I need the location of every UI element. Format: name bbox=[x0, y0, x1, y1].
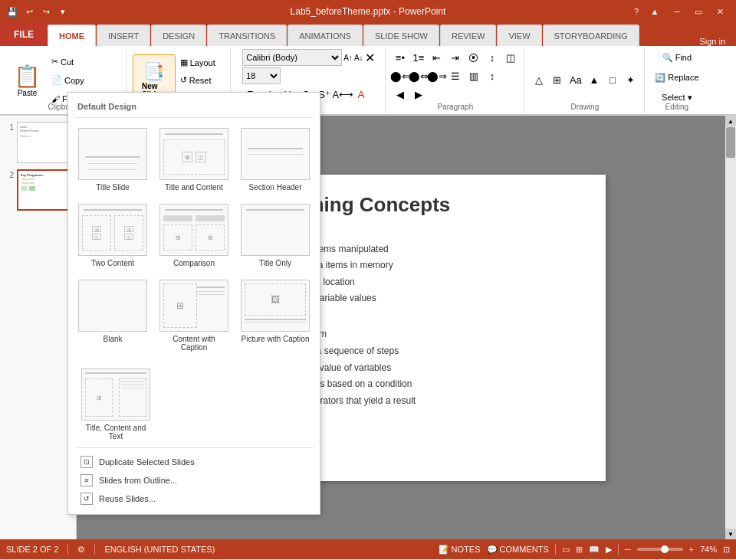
tab-transitions[interactable]: TRANSITIONS bbox=[207, 25, 287, 46]
align-left-button[interactable]: ⬤⇐ bbox=[392, 67, 409, 84]
direction-button[interactable]: ↕ bbox=[484, 49, 501, 66]
line-spacing-button[interactable]: ↕ bbox=[484, 67, 501, 84]
layout-section-header[interactable]: Section Header bbox=[237, 124, 314, 195]
customize-icon[interactable]: ▾ bbox=[57, 5, 69, 18]
reset-button[interactable]: ↺ Reset bbox=[177, 72, 225, 89]
layout-comparison[interactable]: ⊞ ⊞ Comparison bbox=[156, 200, 232, 271]
font-name-select[interactable]: Calibri (Body) bbox=[242, 49, 342, 66]
help-icon[interactable]: ? bbox=[630, 5, 642, 18]
outline-icon: ≡ bbox=[80, 474, 93, 486]
scroll-down-button[interactable]: ▼ bbox=[725, 529, 736, 539]
layout-two-content[interactable]: ⊞ ◫ ⊞ ◫ Two Content bbox=[74, 200, 151, 271]
layout-title-slide[interactable]: Title Slide bbox=[74, 124, 151, 195]
layout-label-picture-caption: Picture with Caption bbox=[242, 335, 310, 343]
cut-button[interactable]: ✂Cut bbox=[48, 54, 121, 70]
save-icon[interactable]: 💾 bbox=[6, 5, 18, 18]
scroll-up-button[interactable]: ▲ bbox=[725, 116, 736, 126]
accessibility-icon[interactable]: ⚙ bbox=[77, 545, 85, 555]
find-button[interactable]: 🔍 Find bbox=[659, 49, 695, 66]
layout-title-content[interactable]: ⊞ ◫ Title and Content bbox=[156, 124, 232, 195]
tab-home[interactable]: HOME bbox=[48, 25, 96, 46]
minimize-button[interactable]: ─ bbox=[667, 4, 687, 19]
col-button[interactable]: ⦿ bbox=[465, 49, 482, 66]
reuse-slides-button[interactable]: ↺ Reuse Slides... bbox=[74, 490, 314, 508]
layout-button[interactable]: ▦ Layout bbox=[177, 54, 225, 71]
layout-label-title-only: Title Only bbox=[259, 259, 291, 267]
copy-button[interactable]: 📄Copy bbox=[48, 72, 121, 89]
arrange-button[interactable]: ⊞ bbox=[549, 72, 566, 89]
spacing-button[interactable]: A⟷ bbox=[334, 86, 351, 103]
close-button[interactable]: ✕ bbox=[710, 4, 730, 19]
outdent-button[interactable]: ⇤ bbox=[429, 49, 445, 66]
clear-formatting-icon[interactable]: ✕ bbox=[365, 51, 375, 65]
font-grow-icon[interactable]: A↑ bbox=[343, 54, 353, 62]
quick-styles-button[interactable]: Aa bbox=[567, 72, 584, 89]
slide-thumb-2[interactable]: 2 Key Programm... • Using memo... • Givi… bbox=[3, 169, 73, 211]
fit-slide-button[interactable]: ⊡ bbox=[723, 545, 730, 555]
undo-icon[interactable]: ↩ bbox=[23, 5, 35, 18]
redo-icon[interactable]: ↪ bbox=[40, 5, 52, 18]
font-color-button[interactable]: A bbox=[353, 86, 370, 103]
decrease-indent-button[interactable]: ◀ bbox=[392, 86, 409, 103]
font-size-select[interactable]: 18 bbox=[242, 67, 281, 84]
paste-button[interactable]: 📋 Paste bbox=[8, 57, 47, 103]
layout-blank[interactable]: Blank bbox=[74, 276, 151, 355]
fill-button[interactable]: ▲ bbox=[586, 72, 603, 89]
zoom-out-button[interactable]: ─ bbox=[625, 545, 631, 554]
tab-design[interactable]: DESIGN bbox=[151, 25, 206, 46]
signin-button[interactable]: Sign in bbox=[688, 37, 736, 46]
tab-animations[interactable]: ANIMATIONS bbox=[288, 25, 363, 46]
increase-indent-button[interactable]: ▶ bbox=[410, 86, 427, 103]
layout-title-only[interactable]: Title Only bbox=[237, 200, 314, 271]
layout-content-caption[interactable]: ⊞ Content with Caption bbox=[156, 276, 232, 355]
layout-label-title-slide: Title Slide bbox=[96, 183, 130, 192]
slide-thumb-1[interactable]: 1 Lab5BeforeTheme Ramon... bbox=[3, 122, 73, 163]
tab-storyboarding[interactable]: STORYBOARDING bbox=[543, 25, 639, 46]
vertical-scrollbar: ▲ ▼ bbox=[725, 116, 736, 539]
replace-button[interactable]: 🔄 Replace bbox=[652, 69, 702, 86]
zoom-in-button[interactable]: + bbox=[689, 545, 694, 554]
layout-thumb-title-slide bbox=[78, 128, 147, 180]
shape-select-button[interactable]: △ bbox=[531, 72, 547, 89]
layout-thumb-comparison: ⊞ ⊞ bbox=[159, 204, 228, 256]
indent-button[interactable]: ⇥ bbox=[447, 49, 464, 66]
layout-label-section: Section Header bbox=[249, 183, 302, 192]
view-slideshow-icon[interactable]: ▶ bbox=[606, 545, 612, 555]
font-shrink-icon[interactable]: A↓ bbox=[354, 54, 363, 62]
view-sorter-icon[interactable]: ⊞ bbox=[576, 545, 583, 555]
align-right-button[interactable]: ⬤⇒ bbox=[429, 67, 445, 84]
layout-picture-caption[interactable]: 🖼 Picture with Caption bbox=[237, 276, 314, 355]
col-count-button[interactable]: ▥ bbox=[465, 67, 482, 84]
view-reading-icon[interactable]: 📖 bbox=[589, 545, 600, 555]
zoom-slider[interactable] bbox=[637, 548, 683, 551]
tab-insert[interactable]: INSERT bbox=[97, 25, 150, 46]
cc-line1 bbox=[197, 287, 225, 288]
tab-slideshow[interactable]: SLIDE SHOW bbox=[363, 25, 439, 46]
paste-label: Paste bbox=[18, 89, 38, 97]
outline-button[interactable]: □ bbox=[604, 72, 621, 89]
effects-button[interactable]: ✦ bbox=[623, 72, 639, 89]
zoom-slider-thumb[interactable] bbox=[661, 545, 669, 553]
layout-title-content-text[interactable]: ⊞ Title, Content and Text bbox=[77, 365, 154, 444]
ribbon-collapse-icon[interactable]: ▲ bbox=[649, 5, 661, 18]
tw-right-icons: ⊞ ◫ bbox=[124, 226, 133, 240]
slides-from-outline-button[interactable]: ≡ Slides from Outline... bbox=[74, 471, 314, 490]
smartart-button[interactable]: ◫ bbox=[502, 49, 519, 66]
comments-button[interactable]: 💬 COMMENTS bbox=[487, 545, 549, 555]
number-list-button[interactable]: 1≡ bbox=[410, 49, 427, 66]
bullet-list-button[interactable]: ≡• bbox=[392, 49, 409, 66]
tab-view[interactable]: VIEW bbox=[497, 25, 541, 46]
scroll-thumb-v[interactable] bbox=[726, 127, 735, 158]
tab-review[interactable]: REVIEW bbox=[440, 25, 496, 46]
cmp-title bbox=[165, 209, 223, 211]
tct-l3 bbox=[121, 388, 144, 388]
justify-button[interactable]: ☰ bbox=[447, 67, 464, 84]
align-center-button[interactable]: ⬤⇔ bbox=[410, 67, 427, 84]
restore-button[interactable]: ▭ bbox=[688, 4, 708, 19]
layout-grid: Title Slide ⊞ ◫ Title and Content bbox=[74, 124, 314, 355]
duplicate-slides-button[interactable]: ⊡ Duplicate Selected Slides bbox=[74, 453, 314, 471]
tab-file[interactable]: FILE bbox=[0, 23, 48, 46]
view-normal-icon[interactable]: ▭ bbox=[562, 545, 570, 555]
notes-button[interactable]: 📝 NOTES bbox=[439, 545, 481, 555]
title-bar-right: ? ▲ ─ ▭ ✕ bbox=[630, 4, 730, 19]
